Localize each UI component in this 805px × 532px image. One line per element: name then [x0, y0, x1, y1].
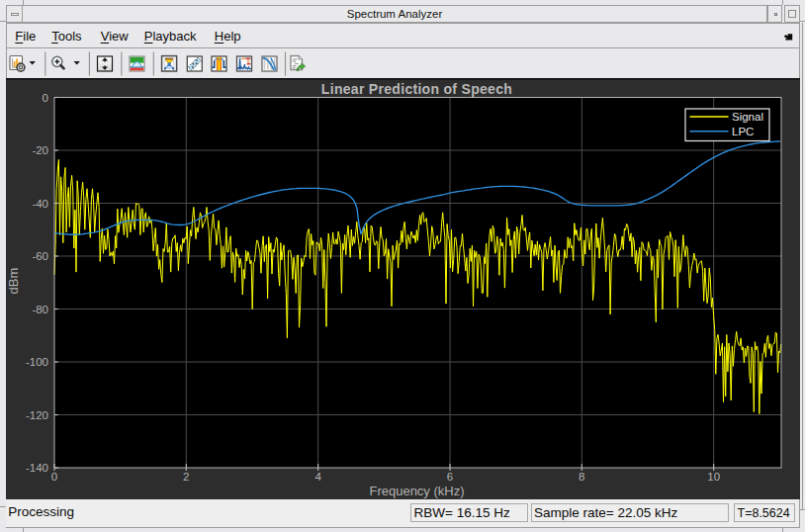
- svg-text:0: 0: [50, 471, 56, 483]
- svg-text:Signal: Signal: [732, 111, 763, 123]
- svg-text:-60: -60: [32, 250, 48, 262]
- svg-text:10: 10: [707, 471, 720, 483]
- svg-text:-80: -80: [32, 304, 48, 315]
- svg-text:6: 6: [446, 471, 452, 483]
- svg-text:-140: -140: [25, 462, 47, 474]
- svg-text:-120: -120: [25, 409, 47, 421]
- svg-text:LPC: LPC: [732, 126, 754, 137]
- svg-text:dBm: dBm: [6, 268, 21, 295]
- svg-text:8: 8: [579, 471, 584, 483]
- svg-text:Linear Prediction of Speech: Linear Prediction of Speech: [320, 81, 511, 97]
- svg-text:-20: -20: [32, 144, 48, 156]
- svg-text:4: 4: [314, 471, 321, 483]
- svg-text:-100: -100: [25, 356, 47, 368]
- svg-text:2: 2: [183, 471, 189, 483]
- svg-text:Frequency (kHz): Frequency (kHz): [369, 484, 464, 498]
- svg-text:-40: -40: [32, 198, 48, 210]
- svg-text:0: 0: [42, 92, 47, 104]
